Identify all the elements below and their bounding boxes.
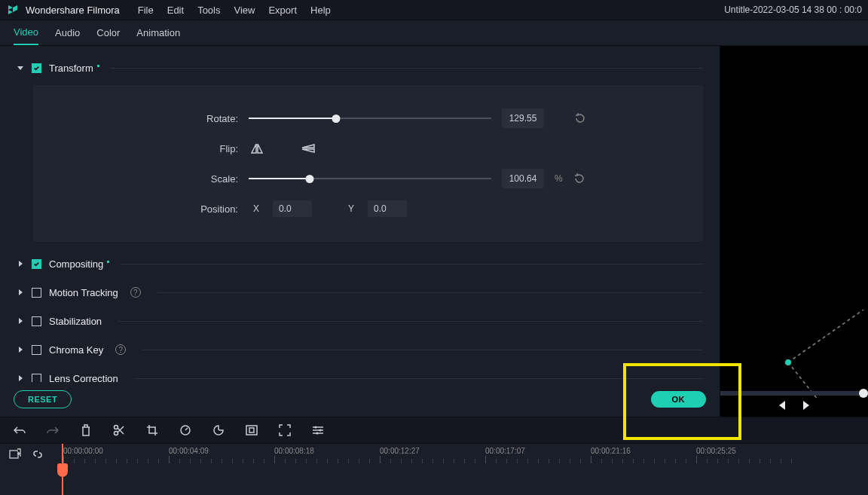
tab-video[interactable]: Video [14,20,38,45]
green-screen-icon[interactable] [246,424,258,436]
collapse-icon [17,64,24,72]
timeline-toolbar [0,417,868,443]
divider [157,292,703,293]
compositing-checkbox[interactable] [32,259,41,269]
time-mark: 00:00:25:25 [696,447,736,455]
flip-horizontal-icon[interactable] [249,140,265,157]
ok-button[interactable]: OK [651,391,707,408]
svg-point-8 [316,432,319,435]
divider [110,68,703,69]
divider [135,378,703,379]
y-label: Y [348,203,354,214]
expand-icon [17,346,24,353]
transform-checkbox[interactable] [32,63,41,73]
divider [142,350,703,350]
time-mark: 00:00:12:27 [380,447,420,455]
chroma-key-label: Chroma Key [49,344,103,356]
menu-help[interactable]: Help [310,5,331,16]
time-mark: 00:00:04:09 [169,447,209,455]
reset-button[interactable]: RESET [14,390,72,408]
redo-icon[interactable] [47,424,59,436]
svg-point-0 [785,359,791,365]
position-label: Position: [54,203,238,215]
expand-icon [17,260,24,267]
timeline-track-controls [0,444,62,495]
svg-rect-5 [249,428,254,432]
scale-slider[interactable] [249,173,491,184]
main-menu: File Edit Tools View Export Help [138,5,331,16]
project-name: Untitle-2022-03-05 14 38 00 : 00:0 [724,5,862,15]
crop-icon[interactable] [146,424,158,436]
help-icon[interactable]: ? [130,287,141,298]
scale-reset-icon[interactable] [573,173,585,185]
inspector-tabs: Video Audio Color Animation [0,20,868,46]
tab-audio[interactable]: Audio [55,21,80,44]
speed-icon[interactable] [179,424,191,436]
menu-view[interactable]: View [234,5,255,16]
section-transform-header[interactable]: Transform [17,53,703,82]
menu-tools[interactable]: Tools [197,5,220,16]
scale-label: Scale: [54,173,238,185]
step-forward-icon[interactable] [802,401,812,412]
stabilization-label: Stabilization [49,316,102,327]
flip-vertical-icon[interactable] [300,140,316,157]
color-icon[interactable] [212,424,225,436]
split-icon[interactable] [113,424,125,436]
section-compositing-header[interactable]: Compositing [17,249,703,278]
x-label: X [253,203,259,214]
menu-file[interactable]: File [138,5,154,16]
time-mark: 00:00:21:16 [591,447,631,455]
step-back-icon[interactable] [776,401,787,412]
link-icon[interactable] [32,448,44,460]
svg-point-6 [315,426,317,429]
position-y-value[interactable]: 0.0 [368,200,407,217]
expand-icon [17,374,24,382]
flip-label: Flip: [54,143,238,154]
section-stabilization-header[interactable]: Stabilization [17,307,703,335]
svg-rect-9 [10,451,18,458]
tab-color[interactable]: Color [96,21,120,44]
playhead-handle[interactable] [57,463,68,477]
expand-icon [17,289,24,296]
help-icon[interactable]: ? [115,344,126,355]
compositing-label: Compositing [49,258,103,270]
rotate-label: Rotate: [54,113,238,124]
chroma-key-checkbox[interactable] [32,345,41,355]
timeline: 00:00:00:0000:00:04:0900:00:08:1800:00:1… [0,443,868,495]
tab-animation[interactable]: Animation [136,21,180,44]
time-mark: 00:00:08:18 [274,447,314,455]
scale-value[interactable]: 100.64 [502,169,544,188]
position-x-value[interactable]: 0.0 [273,200,312,217]
motion-tracking-checkbox[interactable] [32,288,41,298]
rotate-value[interactable]: 129.55 [502,108,544,128]
timeline-ruler-area[interactable]: 00:00:00:0000:00:04:0900:00:08:1800:00:1… [62,444,868,495]
preview-clip-outline [750,310,868,400]
menu-export[interactable]: Export [268,5,297,16]
expand-icon [17,317,24,325]
playback-controls [720,396,868,417]
inspector-panel: Transform Rotate: 129.55 Flip: [0,46,720,417]
section-motion-tracking-header[interactable]: Motion Tracking ? [17,278,703,307]
undo-icon[interactable] [14,424,26,436]
svg-rect-4 [246,426,257,435]
app-title: Wondershare Filmora [26,5,120,16]
menu-edit[interactable]: Edit [167,5,184,16]
transform-body: Rotate: 129.55 Flip: Scale: [33,85,703,242]
fullscreen-icon[interactable] [279,424,291,436]
divider [118,321,703,322]
add-track-icon[interactable] [9,448,21,460]
rotate-slider[interactable] [249,113,491,124]
delete-icon[interactable] [80,424,92,436]
scale-unit: % [555,173,563,184]
motion-tracking-label: Motion Tracking [49,287,118,298]
svg-point-7 [319,429,322,432]
time-mark: 00:00:00:00 [63,447,103,455]
inspector-footer: RESET OK [0,382,720,417]
divider [120,264,703,264]
stabilization-checkbox[interactable] [32,316,41,326]
title-bar: Wondershare Filmora File Edit Tools View… [0,0,868,20]
section-chroma-key-header[interactable]: Chroma Key ? [17,335,703,364]
timeline-ruler[interactable]: 00:00:00:0000:00:04:0900:00:08:1800:00:1… [62,444,868,463]
rotate-reset-icon[interactable] [574,112,586,124]
settings-icon[interactable] [312,424,324,436]
